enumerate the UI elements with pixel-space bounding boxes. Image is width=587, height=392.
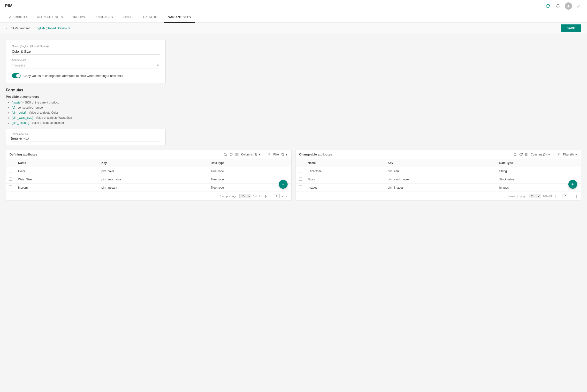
row-key-1: pim_waist_size: [99, 175, 208, 184]
defining-columns-icon: [235, 153, 239, 156]
tab-groups[interactable]: GROUPS: [67, 12, 89, 23]
table-row: Images pim_images Images: [296, 184, 581, 192]
notification-icon[interactable]: [554, 3, 561, 10]
table-row: Waist Size pim_waist_size Tree node: [6, 175, 291, 184]
separator2: |: [553, 152, 554, 156]
tab-attribute-sets[interactable]: ATTRIBUTE SETS: [33, 12, 67, 23]
name-field-value[interactable]: Color & Size: [12, 48, 160, 55]
changeable-first-page-button[interactable]: |‹: [554, 194, 558, 198]
svg-point-0: [568, 4, 569, 6]
defining-filter-button[interactable]: Filter (0) ▼: [273, 153, 288, 156]
tab-catalogs[interactable]: CATALOGS: [139, 12, 164, 23]
row-checkbox-2[interactable]: [6, 184, 15, 192]
attribute-set-label: Attribute set: [12, 58, 160, 62]
defining-attributes-table: Name Key Data Type Color pim_color Tree …: [6, 159, 291, 192]
copy-values-toggle[interactable]: [12, 73, 21, 78]
defining-last-page-button[interactable]: ›|: [285, 194, 288, 198]
breadcrumb-text: Edit Variant set: [9, 26, 30, 30]
top-bar-icons: [544, 2, 582, 10]
chg-row-checkbox-2[interactable]: [296, 184, 305, 192]
save-button[interactable]: SAVE: [561, 24, 581, 32]
refresh-icon[interactable]: [544, 3, 551, 10]
main-content: Name (English (United States)) Color & S…: [0, 34, 587, 392]
formula-card: Formula for sku {master}-{L}: [6, 129, 166, 145]
changeable-page-nav: |‹ ‹ › ›|: [554, 194, 578, 198]
top-bar: PIM: [0, 0, 587, 12]
svg-rect-12: [525, 153, 526, 156]
changeable-rows-per-page-select[interactable]: 2550100: [529, 194, 541, 198]
action-bar: ‹ Edit Variant set English (United State…: [0, 23, 587, 34]
row-checkbox-1[interactable]: [6, 175, 15, 184]
table-row: EAN-Code pim_ean String: [296, 167, 581, 175]
placeholder-list: {master} - SKU of the parent product {L}…: [6, 100, 166, 125]
changeable-filter-button[interactable]: Filter (0) ▼: [563, 153, 577, 156]
row-name-1: Waist Size: [15, 175, 99, 184]
changeable-refresh-icon[interactable]: [519, 153, 523, 156]
placeholder-item-master: {master} - SKU of the parent product: [12, 100, 166, 105]
changeable-header-key: Key: [385, 159, 496, 167]
defining-rows-per-page-select[interactable]: 2550100: [239, 194, 251, 198]
placeholder-item-color: {pim_color} - Value of attribute Color: [12, 110, 166, 115]
defining-first-page-button[interactable]: |‹: [264, 194, 268, 198]
changeable-table-header-row: Name Key Data Type: [296, 159, 581, 167]
defining-add-button[interactable]: +: [279, 180, 287, 188]
table-row: Color pim_color Tree node: [6, 167, 291, 175]
changeable-columns-button[interactable]: Columns (3) ▼: [531, 153, 550, 156]
changeable-search-icon[interactable]: [513, 153, 517, 156]
changeable-filter-arrow: ▼: [575, 153, 577, 156]
changeable-next-page-button[interactable]: ›: [570, 194, 573, 198]
defining-prev-page-button[interactable]: ‹: [269, 194, 272, 198]
defining-attributes-toolbar: Defining attributes Columns (3) ▼ |: [6, 150, 291, 159]
chevron-down-icon: ▼: [68, 26, 71, 30]
chg-row-datatype-0: String: [496, 167, 581, 175]
defining-columns-button[interactable]: Columns (3) ▼: [241, 153, 261, 156]
placeholder-item-l: {L} - consecutive number: [12, 106, 166, 110]
language-label: English (United States): [35, 26, 67, 30]
chg-row-key-0: pim_ean: [385, 167, 496, 175]
tab-languages[interactable]: LANGUAGES: [89, 12, 117, 23]
back-button[interactable]: ‹ Edit Variant set: [6, 26, 30, 30]
defining-columns-label: Columns (3): [241, 153, 257, 156]
table-row: Inseam pim_inseam Tree node: [6, 184, 291, 192]
svg-rect-6: [237, 153, 238, 156]
chg-row-checkbox-0[interactable]: [296, 167, 305, 175]
changeable-page-input[interactable]: [562, 194, 569, 198]
defining-attributes-title: Defining attributes: [10, 152, 37, 156]
defining-refresh-icon[interactable]: [229, 153, 233, 156]
changeable-attributes-toolbar: Changeable attributes Columns (3) ▼ |: [296, 150, 581, 159]
defining-page-nav: |‹ ‹ › ›|: [264, 194, 288, 198]
defining-columns-arrow: ▼: [258, 153, 261, 156]
row-checkbox-0[interactable]: [6, 167, 15, 175]
language-selector[interactable]: English (United States) ▼: [35, 26, 71, 30]
chg-row-key-1: pim_stock_value: [385, 175, 496, 184]
row-key-0: pim_color: [99, 167, 208, 175]
changeable-add-button[interactable]: +: [568, 180, 577, 188]
user-avatar[interactable]: [565, 2, 572, 10]
expand-icon[interactable]: [575, 3, 582, 10]
svg-rect-13: [527, 153, 528, 156]
defining-page-input[interactable]: [273, 194, 279, 198]
changeable-attributes-footer: Rows per page: 2550100 1-3 of 3 |‹ ‹ › ›…: [296, 192, 581, 200]
attribute-set-select[interactable]: Trousers ▼: [12, 62, 160, 68]
formula-sku-value[interactable]: {master}-{L}: [11, 136, 160, 142]
app-title: PIM: [5, 4, 13, 8]
tab-scopes[interactable]: SCOPES: [117, 12, 139, 23]
defining-filter-icon: [267, 153, 271, 156]
chg-row-datatype-1: Stock value: [496, 175, 581, 184]
changeable-prev-page-button[interactable]: ‹: [559, 194, 561, 198]
defining-next-page-button[interactable]: ›: [280, 194, 283, 198]
chg-row-checkbox-1[interactable]: [296, 175, 305, 184]
tab-attributes[interactable]: ATTRIBUTES: [5, 12, 33, 23]
tab-variant-sets[interactable]: VARIANT SETS: [164, 12, 195, 23]
changeable-header-checkbox[interactable]: [296, 159, 305, 167]
svg-line-1: [579, 4, 580, 6]
defining-search-icon[interactable]: [224, 153, 227, 156]
defining-header-checkbox[interactable]: [6, 159, 15, 167]
changeable-last-page-button[interactable]: ›|: [574, 194, 578, 198]
defining-header-name: Name: [15, 159, 99, 167]
name-card: Name (English (United States)) Color & S…: [6, 40, 166, 83]
svg-line-2: [577, 6, 578, 7]
separator: |: [264, 152, 264, 156]
changeable-attributes-title: Changeable attributes: [299, 152, 332, 156]
toggle-label: Copy values of changeable attributes to …: [24, 74, 123, 78]
